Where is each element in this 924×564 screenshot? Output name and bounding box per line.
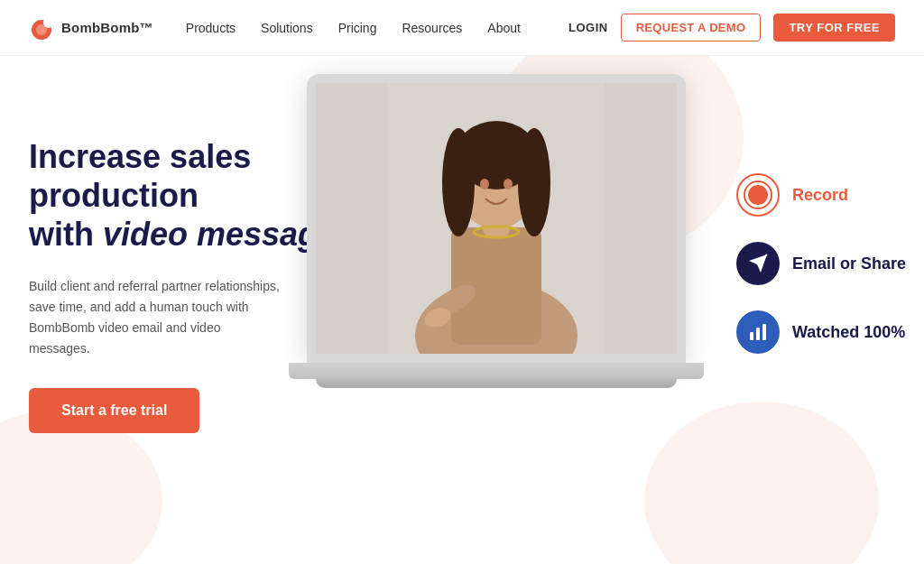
start-trial-button[interactable]: Start a free trial <box>29 388 199 433</box>
feature-record: Record <box>736 173 906 217</box>
navbar: BombBomb™ Products Solutions Pricing Res… <box>0 0 924 56</box>
headline-line2: with <box>29 216 103 253</box>
svg-rect-17 <box>756 328 760 340</box>
watch-icon-circle <box>736 310 780 354</box>
svg-point-12 <box>504 179 513 190</box>
svg-point-11 <box>480 179 489 190</box>
nav-about[interactable]: About <box>487 21 521 35</box>
features-list: Record Email or Share Watched 100% <box>736 173 906 354</box>
svg-point-2 <box>43 17 54 28</box>
hero-subtext: Build client and referral partner relati… <box>29 276 282 359</box>
watched-label: Watched 100% <box>792 323 905 342</box>
svg-rect-16 <box>750 332 753 340</box>
record-icon-circle <box>736 173 780 217</box>
try-free-button[interactable]: TRY FOR FREE <box>773 14 895 42</box>
laptop-screen <box>316 83 677 354</box>
share-label: Email or Share <box>792 254 906 273</box>
record-label: Record <box>792 186 848 205</box>
laptop-base <box>289 363 704 379</box>
laptop-display <box>289 74 704 516</box>
logo-text: BombBomb™ <box>61 20 153 35</box>
logo-icon <box>29 15 54 41</box>
nav-links: Products Solutions Pricing Resources Abo… <box>186 21 568 35</box>
feature-watched: Watched 100% <box>736 310 906 354</box>
laptop-foot <box>316 379 677 388</box>
headline-line1: Increase sales production <box>29 138 251 214</box>
login-link[interactable]: LOGIN <box>568 21 608 34</box>
decorative-blob-bottom-left <box>0 411 162 564</box>
nav-actions: LOGIN REQUEST A DEMO TRY FOR FREE <box>568 14 895 42</box>
share-icon-circle <box>736 242 780 285</box>
bar-chart-icon <box>747 321 769 343</box>
request-demo-button[interactable]: REQUEST A DEMO <box>621 14 762 42</box>
nav-pricing[interactable]: Pricing <box>338 21 377 35</box>
svg-point-10 <box>518 128 550 236</box>
laptop-outer <box>289 74 704 471</box>
svg-point-9 <box>442 128 475 236</box>
svg-rect-18 <box>762 324 766 340</box>
hero-section: Increase sales production with video mes… <box>0 56 924 564</box>
nav-products[interactable]: Products <box>186 21 236 35</box>
logo[interactable]: BombBomb™ <box>29 15 153 41</box>
feature-share: Email or Share <box>736 242 906 285</box>
send-icon <box>747 253 769 274</box>
laptop-screen-frame <box>307 74 686 363</box>
nav-solutions[interactable]: Solutions <box>261 21 313 35</box>
nav-resources[interactable]: Resources <box>402 21 462 35</box>
person-illustration <box>388 83 605 354</box>
